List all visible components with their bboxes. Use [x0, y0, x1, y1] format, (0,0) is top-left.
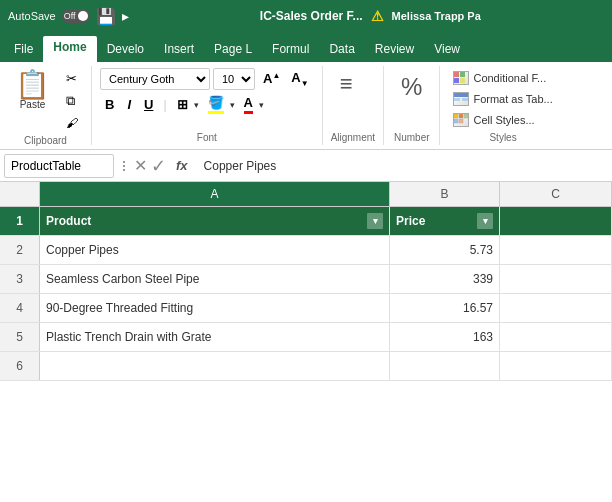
spreadsheet: A B C 1 Product ▾ Price ▾ 2 Copper Pipes… — [0, 182, 612, 381]
cell-1b[interactable]: Price ▾ — [390, 207, 500, 235]
autosave-toggle[interactable]: Off — [62, 9, 90, 23]
format-as-table-button[interactable]: Format as Tab... — [448, 89, 557, 109]
tab-insert[interactable]: Insert — [154, 38, 204, 62]
cell-styles-icon — [453, 113, 469, 127]
tab-develo[interactable]: Develo — [97, 38, 154, 62]
cell-4a[interactable]: 90-Degree Threaded Fitting — [40, 294, 390, 322]
font-color-dropdown-arrow[interactable]: ▾ — [258, 100, 265, 110]
percent-button[interactable]: % — [392, 68, 431, 106]
file-title: IC-Sales Order F... — [260, 9, 363, 23]
undo-icon[interactable]: ▸ — [122, 8, 129, 24]
cell-2a[interactable]: Copper Pipes — [40, 236, 390, 264]
font-group-label: Font — [100, 130, 314, 143]
table-row: 3 Seamless Carbon Steel Pipe 339 — [0, 265, 612, 294]
underline-button[interactable]: U — [139, 95, 158, 114]
cell-5a[interactable]: Plastic Trench Drain with Grate — [40, 323, 390, 351]
user-name: Melissa Trapp Pa — [392, 10, 481, 22]
column-header-b[interactable]: B — [390, 182, 500, 206]
cell-2b[interactable]: 5.73 — [390, 236, 500, 264]
tab-pagel[interactable]: Page L — [204, 38, 262, 62]
product-dropdown[interactable]: ▾ — [367, 213, 383, 229]
alignment-group: ≡ Alignment — [323, 66, 384, 145]
cell-2a-value: Copper Pipes — [46, 243, 119, 257]
font-family-select[interactable]: Century Goth — [100, 68, 210, 90]
paste-icon: 📋 — [15, 71, 50, 99]
cell-6a[interactable] — [40, 352, 390, 380]
cut-button[interactable]: ✂ — [61, 68, 83, 89]
cell-3a-value: Seamless Carbon Steel Pipe — [46, 272, 199, 286]
paste-button[interactable]: 📋 Paste — [8, 68, 57, 113]
cell-4c[interactable] — [500, 294, 612, 322]
cell-3b-value: 339 — [473, 272, 493, 286]
tab-data[interactable]: Data — [319, 38, 364, 62]
cell-4b[interactable]: 16.57 — [390, 294, 500, 322]
table-row: 2 Copper Pipes 5.73 — [0, 236, 612, 265]
cell-1c[interactable] — [500, 207, 612, 235]
font-size-select[interactable]: 10 — [213, 68, 255, 90]
cell-reference-box[interactable]: ProductTable — [4, 154, 114, 178]
cut-icon: ✂ — [66, 71, 77, 86]
formula-cancel-button[interactable]: ✕ — [134, 156, 147, 175]
toggle-label: Off — [64, 11, 76, 21]
font-decrease-button[interactable]: A▼ — [286, 68, 313, 90]
svg-rect-5 — [454, 98, 460, 101]
conditional-label: Conditional F... — [473, 72, 546, 84]
fill-color-button[interactable]: 🪣 — [203, 93, 229, 116]
cell-2c[interactable] — [500, 236, 612, 264]
cell-3b[interactable]: 339 — [390, 265, 500, 293]
cell-1b-value: Price — [396, 214, 425, 228]
number-label: Number — [392, 130, 431, 143]
row-number-4[interactable]: 4 — [0, 294, 40, 322]
alignment-label: Alignment — [331, 130, 375, 143]
font-content: Century Goth 10 A▲ A▼ B I U | ⊞ ▾ — [100, 68, 314, 130]
bold-button[interactable]: B — [100, 95, 119, 114]
cell-1a[interactable]: Product ▾ — [40, 207, 390, 235]
row-number-3[interactable]: 3 — [0, 265, 40, 293]
tab-home[interactable]: Home — [43, 36, 96, 62]
cell-6c[interactable] — [500, 352, 612, 380]
row-number-6[interactable]: 6 — [0, 352, 40, 380]
cell-5b[interactable]: 163 — [390, 323, 500, 351]
conditional-formatting-button[interactable]: Conditional F... — [448, 68, 557, 88]
table-row: 4 90-Degree Threaded Fitting 16.57 — [0, 294, 612, 323]
save-icon[interactable]: 💾 — [96, 7, 116, 26]
font-color-button[interactable]: A — [239, 93, 258, 116]
formula-bar: ProductTable ⫶ ✕ ✓ fx Copper Pipes — [0, 150, 612, 182]
price-dropdown[interactable]: ▾ — [477, 213, 493, 229]
table-row: 5 Plastic Trench Drain with Grate 163 — [0, 323, 612, 352]
format-as-label: Format as Tab... — [473, 93, 552, 105]
cell-6b[interactable] — [390, 352, 500, 380]
format-as-icon — [453, 92, 469, 106]
title-bar-left: AutoSave Off 💾 ▸ — [8, 7, 129, 26]
tab-file[interactable]: File — [4, 38, 43, 62]
cell-styles-button[interactable]: Cell Styles... — [448, 110, 557, 130]
column-header-c[interactable]: C — [500, 182, 612, 206]
italic-button[interactable]: I — [122, 95, 136, 114]
paste-label: Paste — [20, 99, 46, 110]
clipboard-label: Clipboard — [8, 133, 83, 146]
cell-5c[interactable] — [500, 323, 612, 351]
format-painter-button[interactable]: 🖌 — [61, 113, 83, 133]
row-number-5[interactable]: 5 — [0, 323, 40, 351]
column-header-a[interactable]: A — [40, 182, 390, 206]
font-color-strip — [244, 111, 253, 114]
styles-group: Conditional F... Format as Tab... — [440, 66, 565, 145]
cell-3c[interactable] — [500, 265, 612, 293]
row-number-1[interactable]: 1 — [0, 207, 40, 235]
clipboard-group: 📋 Paste ✂ ⧉ 🖌 Clipboard — [0, 66, 92, 145]
formula-confirm-button[interactable]: ✓ — [151, 155, 166, 177]
tab-formul[interactable]: Formul — [262, 38, 319, 62]
table-row: 6 — [0, 352, 612, 381]
formula-value: Copper Pipes — [204, 159, 277, 173]
tab-view[interactable]: View — [424, 38, 470, 62]
row-number-2[interactable]: 2 — [0, 236, 40, 264]
fill-color-dropdown-arrow[interactable]: ▾ — [229, 100, 236, 110]
alignment-button[interactable]: ≡ — [331, 68, 362, 100]
borders-button[interactable]: ⊞ — [172, 95, 193, 114]
cell-3a[interactable]: Seamless Carbon Steel Pipe — [40, 265, 390, 293]
borders-dropdown-arrow[interactable]: ▾ — [193, 100, 200, 110]
font-increase-button[interactable]: A▲ — [258, 68, 285, 90]
tab-review[interactable]: Review — [365, 38, 424, 62]
copy-button[interactable]: ⧉ — [61, 90, 83, 112]
styles-items: Conditional F... Format as Tab... — [448, 68, 557, 130]
